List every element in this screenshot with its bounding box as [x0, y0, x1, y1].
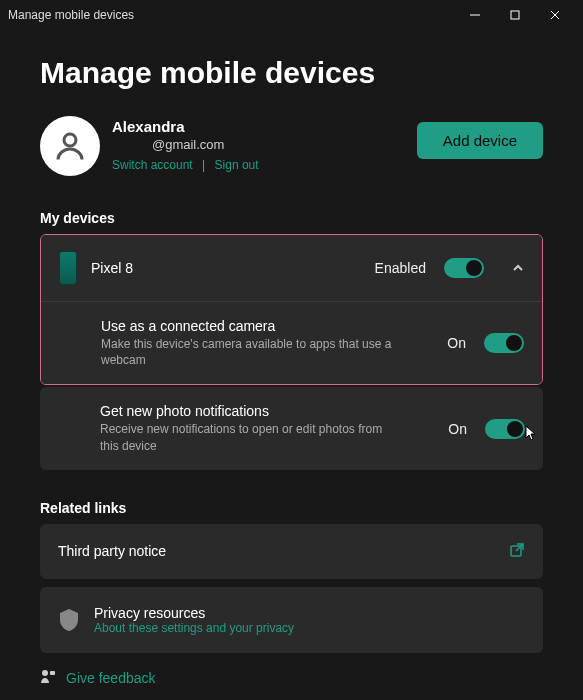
page-title: Manage mobile devices	[40, 56, 543, 90]
device-enabled-toggle[interactable]	[444, 258, 484, 278]
camera-title: Use as a connected camera	[101, 318, 433, 334]
window-title: Manage mobile devices	[8, 8, 455, 22]
third-party-notice-link[interactable]: Third party notice	[40, 524, 543, 579]
device-name: Pixel 8	[91, 260, 361, 276]
window-titlebar: Manage mobile devices	[0, 0, 583, 30]
related-links-heading: Related links	[40, 500, 543, 516]
privacy-about-link[interactable]: About these settings and your privacy	[94, 621, 294, 635]
close-button[interactable]	[535, 1, 575, 29]
device-enabled-label: Enabled	[375, 260, 426, 276]
phone-icon	[59, 251, 77, 285]
camera-toggle[interactable]	[484, 333, 524, 353]
camera-sub: Make this device's camera available to a…	[101, 336, 401, 368]
device-card: Pixel 8 Enabled Use as a connected camer…	[40, 234, 543, 385]
privacy-resources-card[interactable]: Privacy resources About these settings a…	[40, 587, 543, 653]
photos-state-label: On	[448, 421, 467, 437]
photo-notifications-card: Get new photo notifications Receive new …	[40, 387, 543, 469]
photos-title: Get new photo notifications	[100, 403, 434, 419]
add-device-button[interactable]: Add device	[417, 122, 543, 159]
feedback-icon	[40, 669, 56, 688]
camera-state-label: On	[447, 335, 466, 351]
svg-rect-1	[511, 11, 519, 19]
give-feedback-link[interactable]: Give feedback	[40, 669, 543, 688]
sign-out-link[interactable]: Sign out	[215, 158, 259, 172]
svg-rect-7	[50, 671, 55, 675]
account-email: @gmail.com	[152, 137, 259, 152]
avatar	[40, 116, 100, 176]
photos-sub: Receive new notifications to open or edi…	[100, 421, 400, 453]
account-name: Alexandra	[112, 118, 259, 135]
maximize-button[interactable]	[495, 1, 535, 29]
svg-point-6	[42, 670, 48, 676]
cursor-icon	[525, 425, 537, 444]
chevron-up-icon[interactable]	[512, 262, 524, 274]
external-link-icon	[509, 542, 525, 561]
my-devices-heading: My devices	[40, 210, 543, 226]
svg-point-4	[64, 134, 76, 146]
photos-toggle[interactable]	[485, 419, 525, 439]
minimize-button[interactable]	[455, 1, 495, 29]
shield-icon	[58, 608, 80, 632]
switch-account-link[interactable]: Switch account	[112, 158, 193, 172]
